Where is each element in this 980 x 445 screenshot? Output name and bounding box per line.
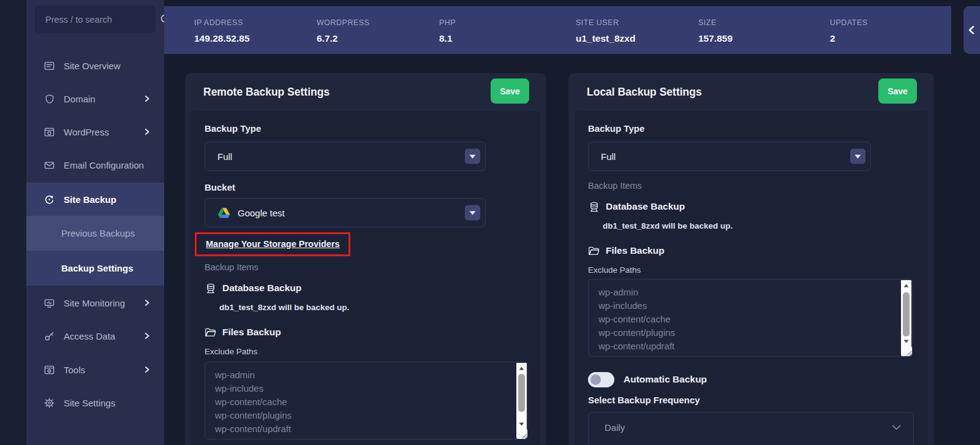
database-backup-label: Database Backup bbox=[222, 283, 301, 294]
exclude-path-line: wp-content/updraft bbox=[598, 340, 912, 353]
sidebar-item-label: Tools bbox=[64, 365, 85, 375]
bucket-label: Bucket bbox=[205, 182, 527, 193]
sidebar-item-email-configuration[interactable]: Email Configuration bbox=[26, 153, 164, 177]
backup-restore-icon bbox=[44, 194, 55, 205]
search-input[interactable] bbox=[45, 15, 160, 25]
backup-type-select[interactable]: Full bbox=[205, 142, 486, 171]
database-icon bbox=[588, 201, 600, 213]
sidebar-item-domain[interactable]: Domain bbox=[26, 87, 164, 110]
files-backup-row: Files Backup bbox=[205, 325, 527, 340]
chevron-right-icon bbox=[142, 331, 152, 341]
stat-value: 2 bbox=[830, 33, 835, 44]
database-backup-note: db1_test_8zxd will be backed up. bbox=[603, 221, 914, 231]
database-backup-note: db1_test_8zxd will be backed up. bbox=[219, 303, 527, 313]
files-backup-label: Files Backup bbox=[606, 245, 665, 256]
exclude-path-line: wp-content/uploads bbox=[598, 353, 912, 357]
automatic-backup-row: Automatic Backup bbox=[588, 371, 914, 387]
remote-backup-settings-card: Remote Backup Settings Save Backup Type … bbox=[185, 73, 546, 445]
chevron-right-icon bbox=[142, 94, 152, 104]
manage-storage-providers-link[interactable]: Manage Your Storage Providers bbox=[206, 239, 340, 249]
sidebar-item-label: Email Configuration bbox=[64, 160, 144, 170]
backup-frequency-value: Daily bbox=[601, 422, 625, 433]
stat-value: 157.859 bbox=[698, 33, 733, 44]
scroll-up-icon[interactable] bbox=[516, 363, 527, 373]
chevron-right-icon bbox=[142, 365, 152, 375]
exclude-path-line: wp-content/plugins bbox=[598, 326, 912, 340]
stat-value: 6.7.2 bbox=[317, 33, 337, 44]
files-backup-label: Files Backup bbox=[222, 327, 281, 338]
stat-label: IP ADDRESS bbox=[194, 18, 243, 27]
backup-type-label: Backup Type bbox=[588, 123, 914, 134]
sidebar-item-label: Previous Backups bbox=[61, 228, 135, 238]
database-backup-row: Database Backup bbox=[205, 281, 527, 295]
backup-frequency-select[interactable]: Daily bbox=[588, 412, 914, 445]
folder-icon bbox=[588, 245, 600, 257]
sidebar-item-tools[interactable]: Tools bbox=[26, 358, 164, 381]
caret-down-icon[interactable] bbox=[465, 149, 480, 164]
backup-type-select[interactable]: Full bbox=[588, 142, 871, 171]
sidebar-item-backup-settings[interactable]: Backup Settings bbox=[26, 251, 164, 286]
scrollbar[interactable] bbox=[901, 280, 911, 356]
sidebar-item-site-backup[interactable]: Site Backup bbox=[26, 183, 164, 216]
scrollbar-thumb[interactable] bbox=[903, 292, 910, 337]
exclude-paths-content: wp-admin wp-includes wp-content/cache wp… bbox=[205, 362, 527, 439]
sidebar-item-site-overview[interactable]: Site Overview bbox=[26, 54, 164, 77]
sidebar-item-previous-backups[interactable]: Previous Backups bbox=[26, 216, 164, 251]
card-header: Local Backup Settings Save bbox=[568, 73, 934, 111]
save-button[interactable]: Save bbox=[878, 78, 917, 104]
search-box[interactable] bbox=[35, 6, 156, 33]
stat-label: SIZE bbox=[698, 18, 717, 27]
site-stats-header: IP ADDRESS 149.28.52.85 WORDPRESS 6.7.2 … bbox=[164, 6, 951, 54]
google-drive-icon bbox=[217, 207, 230, 219]
exclude-path-line: wp-content/cache bbox=[215, 395, 527, 409]
stat-value: 8.1 bbox=[439, 33, 453, 44]
folder-icon bbox=[205, 327, 216, 338]
scroll-up-icon[interactable] bbox=[901, 281, 911, 290]
exclude-path-line: wp-content/plugins bbox=[215, 409, 527, 422]
bucket-select[interactable]: Google test bbox=[205, 198, 486, 227]
collapse-header-button[interactable] bbox=[963, 6, 980, 54]
exclude-paths-textarea[interactable]: wp-admin wp-includes wp-content/cache wp… bbox=[588, 279, 913, 357]
resize-handle[interactable] bbox=[517, 430, 527, 439]
key-icon bbox=[44, 331, 55, 341]
backup-type-value: Full bbox=[601, 151, 616, 162]
sidebar-item-label: Site Settings bbox=[64, 398, 115, 408]
database-icon bbox=[205, 283, 216, 294]
scroll-down-icon[interactable] bbox=[901, 337, 911, 346]
caret-down-icon[interactable] bbox=[850, 149, 865, 164]
exclude-path-line: wp-admin bbox=[598, 286, 912, 299]
sidebar-item-label: Site Monitoring bbox=[64, 298, 125, 308]
annotation-highlight-box: Manage Your Storage Providers bbox=[195, 232, 350, 256]
backup-type-label: Backup Type bbox=[205, 123, 527, 134]
sidebar-item-wordpress[interactable]: WordPress bbox=[26, 120, 164, 143]
automatic-backup-toggle[interactable] bbox=[588, 372, 614, 387]
resize-handle[interactable] bbox=[902, 347, 912, 356]
exclude-path-line: wp-content/updraft bbox=[215, 422, 527, 436]
stat-value: 149.28.52.85 bbox=[194, 33, 250, 44]
sidebar-item-site-monitoring[interactable]: Site Monitoring bbox=[26, 291, 164, 314]
stat-label: UPDATES bbox=[830, 18, 868, 27]
bucket-value: Google test bbox=[238, 208, 285, 218]
sidebar-item-label: Site Overview bbox=[64, 61, 121, 71]
exclude-paths-content: wp-admin wp-includes wp-content/cache wp… bbox=[589, 280, 912, 357]
card-body: Backup Type Full Bucket Google test Mana… bbox=[191, 111, 540, 445]
card-title: Remote Backup Settings bbox=[203, 73, 330, 111]
exclude-paths-textarea[interactable]: wp-admin wp-includes wp-content/cache wp… bbox=[205, 362, 528, 439]
monitor-icon bbox=[44, 298, 55, 308]
sidebar-item-site-settings[interactable]: Site Settings bbox=[26, 391, 164, 414]
site-overview-icon bbox=[44, 61, 55, 71]
local-backup-settings-card: Local Backup Settings Save Backup Type F… bbox=[568, 73, 934, 445]
envelope-icon bbox=[44, 160, 55, 170]
scrollbar-thumb[interactable] bbox=[518, 374, 525, 412]
exclude-path-line: wp-includes bbox=[598, 299, 912, 313]
scroll-down-icon[interactable] bbox=[516, 419, 527, 428]
sidebar-item-label: Site Backup bbox=[64, 194, 116, 205]
backup-items-label: Backup Items bbox=[588, 181, 914, 192]
scrollbar[interactable] bbox=[516, 363, 527, 438]
exclude-paths-label: Exclude Paths bbox=[205, 347, 527, 357]
sidebar-item-label: Domain bbox=[64, 94, 96, 104]
sidebar-item-access-data[interactable]: Access Data bbox=[26, 324, 164, 348]
save-button[interactable]: Save bbox=[491, 78, 529, 104]
shield-icon bbox=[44, 94, 55, 104]
caret-down-icon[interactable] bbox=[465, 205, 480, 221]
